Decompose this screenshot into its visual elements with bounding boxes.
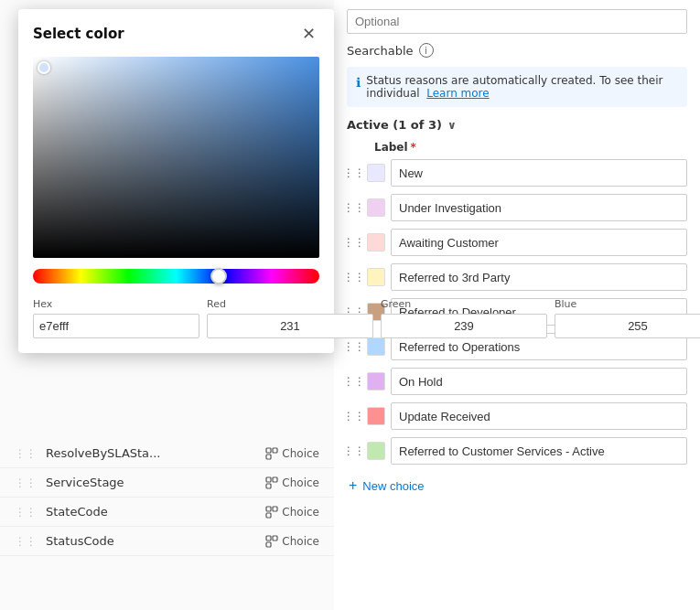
new-choice-button[interactable]: + New choice	[347, 474, 426, 498]
svg-rect-11	[266, 542, 271, 547]
svg-rect-0	[266, 448, 271, 453]
color-swatch-2[interactable]	[367, 233, 385, 251]
column-headers: Label *	[347, 141, 687, 157]
svg-rect-7	[273, 507, 277, 511]
status-row: ⋮⋮	[347, 157, 687, 188]
chevron-down-icon[interactable]: ∨	[447, 119, 457, 132]
svg-rect-6	[266, 507, 271, 511]
status-row: ⋮⋮	[347, 227, 687, 258]
optional-input[interactable]	[347, 9, 687, 34]
status-row: ⋮⋮	[347, 366, 687, 397]
color-picker-dialog: Select color ✕ Hex Red Green Blue	[18, 9, 334, 353]
status-label-input-2[interactable]	[391, 229, 687, 256]
row-name-servicestage: ServiceStage	[46, 476, 256, 489]
hue-thumb[interactable]	[210, 268, 227, 284]
status-row: ⋮⋮	[347, 435, 687, 466]
color-swatch-3[interactable]	[367, 268, 385, 286]
label-column-header: Label	[374, 141, 408, 154]
drag-handle[interactable]: ⋮⋮	[347, 372, 361, 391]
row-resolvebysla[interactable]: ⋮⋮ ResolveBySLASta... Choice	[0, 439, 334, 468]
green-input-group: Green	[381, 298, 547, 338]
gradient-thumb[interactable]	[38, 61, 50, 74]
hex-label: Hex	[33, 298, 199, 310]
color-swatch-1[interactable]	[367, 198, 385, 217]
row-name-statecode: StateCode	[46, 505, 256, 519]
active-header: Active (1 of 3) ∨	[347, 118, 687, 132]
status-row: ⋮⋮	[347, 401, 687, 432]
color-inputs: Hex Red Green Blue	[33, 298, 319, 338]
new-choice-label: New choice	[362, 479, 424, 493]
row-name-statuscode: StatusCode	[46, 534, 256, 548]
row-statuscode[interactable]: ⋮⋮ StatusCode Choice	[0, 527, 334, 556]
status-label-input-3[interactable]	[391, 263, 687, 291]
color-gradient-area[interactable]	[33, 57, 319, 258]
choice-icon	[265, 506, 278, 519]
svg-rect-10	[273, 536, 277, 540]
drag-handle[interactable]: ⋮⋮	[347, 337, 361, 356]
choice-icon	[265, 535, 278, 548]
notice-info-icon: ℹ	[356, 75, 361, 90]
status-label-input-0[interactable]	[391, 159, 687, 187]
svg-rect-2	[266, 455, 271, 459]
row-name-resolvebysla: ResolveBySLASta...	[46, 446, 256, 460]
drag-handle[interactable]: ⋮⋮	[347, 268, 361, 286]
svg-rect-8	[266, 513, 271, 518]
svg-rect-4	[273, 477, 277, 482]
status-label-input-6[interactable]	[391, 368, 687, 395]
color-swatch-7[interactable]	[367, 407, 385, 425]
drag-handle[interactable]: ⋮⋮	[347, 198, 361, 217]
color-swatch-8[interactable]	[367, 442, 385, 460]
color-swatch-6[interactable]	[367, 372, 385, 391]
green-label: Green	[381, 298, 547, 310]
svg-rect-1	[273, 448, 277, 453]
picker-title: Select color	[33, 26, 124, 42]
blue-input[interactable]	[555, 314, 700, 338]
notice-text: Status reasons are automatically created…	[366, 74, 662, 100]
red-input-group: Red	[207, 298, 373, 338]
svg-rect-5	[266, 484, 271, 488]
status-row: ⋮⋮	[347, 192, 687, 223]
blue-label: Blue	[555, 298, 700, 310]
color-swatch-0[interactable]	[367, 164, 385, 182]
row-drag-dots: ⋮⋮	[15, 506, 37, 519]
drag-handle[interactable]: ⋮⋮	[347, 407, 361, 425]
learn-more-link[interactable]: Learn more	[426, 87, 489, 100]
searchable-label: Searchable	[347, 44, 414, 58]
row-drag-dots: ⋮⋮	[15, 476, 37, 489]
searchable-info-icon[interactable]: i	[419, 43, 434, 58]
hue-slider[interactable]	[33, 269, 319, 284]
close-button[interactable]: ✕	[298, 24, 319, 44]
svg-rect-9	[266, 536, 271, 540]
active-header-label: Active (1 of 3)	[347, 118, 442, 132]
status-label-input-1[interactable]	[391, 194, 687, 221]
color-swatch-5[interactable]	[367, 337, 385, 356]
status-row: ⋮⋮	[347, 262, 687, 293]
drag-handle[interactable]: ⋮⋮	[347, 164, 361, 182]
row-type-servicestage: Choice	[265, 476, 319, 489]
row-drag-dots: ⋮⋮	[15, 447, 37, 460]
picker-header: Select color ✕	[33, 24, 319, 44]
red-input[interactable]	[207, 314, 373, 338]
drag-handle[interactable]: ⋮⋮	[347, 442, 361, 460]
hex-input-group: Hex	[33, 298, 199, 338]
drag-handle[interactable]: ⋮⋮	[347, 233, 361, 251]
status-label-input-8[interactable]	[391, 437, 687, 465]
green-input[interactable]	[381, 314, 547, 338]
hex-input[interactable]	[33, 314, 199, 338]
row-servicestage[interactable]: ⋮⋮ ServiceStage Choice	[0, 468, 334, 498]
row-statecode[interactable]: ⋮⋮ StateCode Choice	[0, 498, 334, 527]
blue-input-group: Blue	[555, 298, 700, 338]
choice-icon	[265, 447, 278, 460]
row-type-resolvebysla: Choice	[265, 447, 319, 460]
status-label-input-7[interactable]	[391, 402, 687, 430]
searchable-row: Searchable i	[347, 43, 687, 58]
svg-rect-3	[266, 477, 271, 482]
row-drag-dots: ⋮⋮	[15, 535, 37, 548]
plus-icon: +	[349, 477, 357, 494]
choice-icon	[265, 476, 278, 489]
row-type-statuscode: Choice	[265, 535, 319, 548]
required-star: *	[411, 141, 416, 154]
red-label: Red	[207, 298, 373, 310]
status-notice: ℹ Status reasons are automatically creat…	[347, 67, 687, 107]
row-type-statecode: Choice	[265, 506, 319, 519]
